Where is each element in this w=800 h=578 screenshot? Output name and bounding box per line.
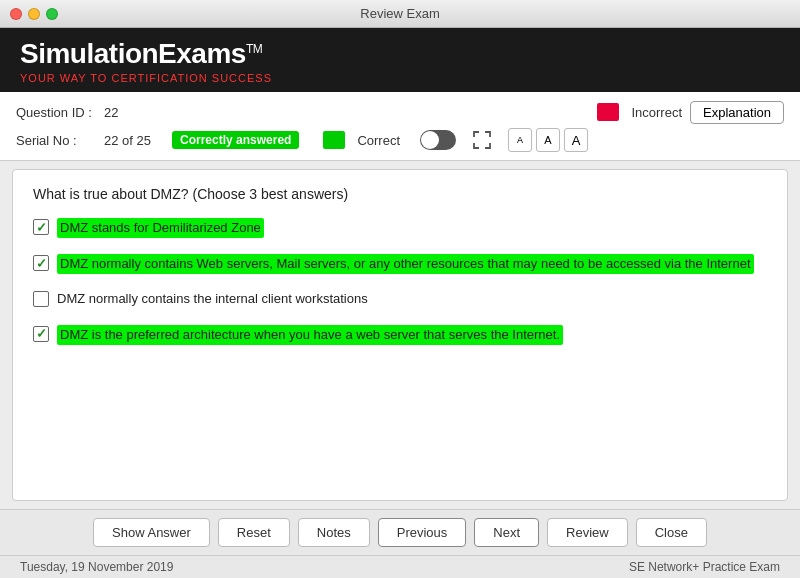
titlebar: Review Exam [0,0,800,28]
incorrect-color-box [597,103,619,121]
notes-button[interactable]: Notes [298,518,370,547]
next-button[interactable]: Next [474,518,539,547]
answer-text: DMZ normally contains Web servers, Mail … [57,254,754,274]
font-size-buttons: A A A [508,128,588,152]
font-small-btn[interactable]: A [508,128,532,152]
answer-checkbox[interactable]: ✓ [33,219,49,235]
expand-icon[interactable] [472,130,492,150]
answer-option: ✓DMZ stands for Demilitarized Zone [33,218,767,238]
info-row-1: Question ID : 22 Incorrect Explanation [16,98,784,126]
answer-text: DMZ normally contains the internal clien… [57,290,368,308]
status-exam: SE Network+ Practice Exam [629,560,780,574]
serial-no-value: 22 of 25 [104,133,164,148]
toggle-knob [421,131,439,149]
review-button[interactable]: Review [547,518,628,547]
minimize-window-btn[interactable] [28,8,40,20]
logo-main: SimulationExamsTM [20,38,780,70]
info-bar: Question ID : 22 Incorrect Explanation S… [0,92,800,161]
question-text: What is true about DMZ? (Choose 3 best a… [33,186,767,202]
font-medium-btn[interactable]: A [536,128,560,152]
correctly-answered-badge: Correctly answered [172,131,299,149]
serial-no-label: Serial No : [16,133,96,148]
answer-checkbox[interactable]: ✓ [33,326,49,342]
status-date: Tuesday, 19 November 2019 [20,560,173,574]
question-id-label: Question ID : [16,105,96,120]
explanation-button[interactable]: Explanation [690,101,784,124]
answers-container: ✓DMZ stands for Demilitarized Zone✓DMZ n… [33,218,767,345]
window-title: Review Exam [360,6,439,21]
bottom-bar: Show Answer Reset Notes Previous Next Re… [0,509,800,555]
previous-button[interactable]: Previous [378,518,467,547]
logo-sub: YOUR WAY TO CERTIFICATION SUCCESS [20,72,780,84]
answer-option: ✓DMZ normally contains Web servers, Mail… [33,254,767,274]
correct-label: Correct [357,133,400,148]
answer-text: DMZ is the preferred architecture when y… [57,325,563,345]
answer-text: DMZ stands for Demilitarized Zone [57,218,264,238]
incorrect-label: Incorrect [631,105,682,120]
question-area: What is true about DMZ? (Choose 3 best a… [12,169,788,501]
close-button[interactable]: Close [636,518,707,547]
answer-checkbox[interactable] [33,291,49,307]
answer-option: DMZ normally contains the internal clien… [33,290,767,308]
maximize-window-btn[interactable] [46,8,58,20]
answer-checkbox[interactable]: ✓ [33,255,49,271]
show-answer-button[interactable]: Show Answer [93,518,210,547]
reset-button[interactable]: Reset [218,518,290,547]
titlebar-buttons [10,8,58,20]
close-window-btn[interactable] [10,8,22,20]
correct-color-box [323,131,345,149]
logo-area: SimulationExamsTM YOUR WAY TO CERTIFICAT… [0,28,800,92]
info-row-2: Serial No : 22 of 25 Correctly answered … [16,126,784,154]
toggle-switch[interactable] [420,130,456,150]
font-large-btn[interactable]: A [564,128,588,152]
question-id-value: 22 [104,105,164,120]
status-bar: Tuesday, 19 November 2019 SE Network+ Pr… [0,555,800,578]
answer-option: ✓DMZ is the preferred architecture when … [33,325,767,345]
